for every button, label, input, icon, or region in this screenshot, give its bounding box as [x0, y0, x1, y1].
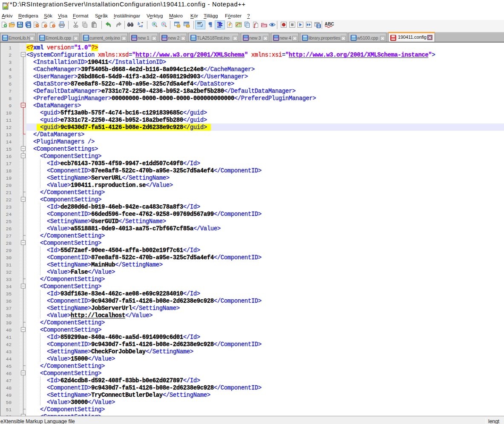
svg-text:b: b [138, 21, 140, 26]
svg-text:a: a [141, 23, 143, 28]
svg-text:ABC: ABC [325, 22, 334, 26]
